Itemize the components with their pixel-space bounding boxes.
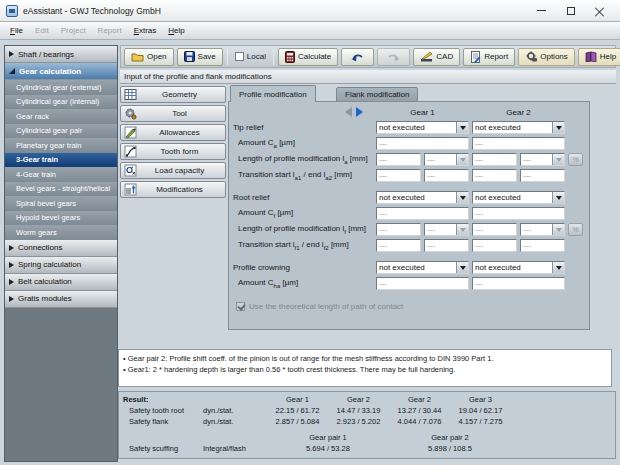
allowances-button[interactable]: Allowances (120, 124, 226, 141)
help-button[interactable]: Help (578, 48, 620, 66)
calculate-button[interactable]: Calculate (278, 48, 338, 66)
maximize-icon (567, 7, 575, 15)
sidebar-item-spiral-bevel-gears[interactable]: Spiral bevel gears (5, 196, 117, 211)
sidebar-item-cylindrical-gear-external[interactable]: Cylindrical gear (external) (5, 80, 117, 95)
chevron-left-icon (345, 107, 352, 117)
results-panel: Result: Gear 1 Gear 2 Gear 2 Gear 3 Safe… (118, 391, 616, 459)
sidebar-item-label: Planetary gear train (16, 141, 81, 150)
gear-header-row: Gear 1 Gear 2 (233, 107, 585, 117)
root-transition-end-gear1-input (424, 239, 469, 252)
sidebar-item-4-gear-train[interactable]: 4-Gear train (5, 167, 117, 182)
sidebar-item-cylindrical-gear-internal[interactable]: Cylindrical gear (internal) (5, 95, 117, 110)
select-value: not executed (377, 262, 456, 273)
select-value: --- (521, 224, 552, 235)
chevron-right-icon (9, 279, 14, 285)
tip-relief-gear2-select[interactable]: not executed (472, 121, 565, 134)
root-length-label: Length of profile modification lf [mm] (233, 224, 373, 235)
sidebar-section-label: Spring calculation (18, 260, 81, 269)
options-button[interactable]: Options (518, 48, 575, 66)
tab-flank-modification[interactable]: Flank modification (336, 87, 418, 102)
load-capacity-button[interactable]: Load capacity (120, 162, 226, 179)
sidebar-section-connections[interactable]: Connections (5, 240, 117, 257)
sidebar-item-planetary-gear-train[interactable]: Planetary gear train (5, 138, 117, 153)
safety-scuffing-value: 5.898 / 108.5 (389, 444, 511, 453)
sidebar-item-bevel-gears[interactable]: Bevel gears - straight/helical (5, 182, 117, 197)
warning-message: • Gear pair 2: Profile shift coeff. of t… (123, 353, 607, 364)
sidebar-item-label: Bevel gears - straight/helical (16, 184, 110, 193)
redo-icon (387, 52, 400, 62)
profile-crowning-gear2-select[interactable]: not executed (472, 261, 565, 274)
undo-button[interactable] (341, 48, 374, 66)
root-transition-label: Transition start lf1 / end lf2 [mm] (233, 240, 373, 251)
safety-flank-value: 2.857 / 5.084 (267, 417, 328, 426)
sidebar-item-worm-gears[interactable]: Worm gears (5, 225, 117, 240)
save-button[interactable]: Save (177, 48, 223, 66)
save-button-label: Save (198, 52, 216, 61)
chevron-down-icon (552, 122, 564, 133)
calculate-button-label: Calculate (298, 52, 331, 61)
chevron-down-icon (552, 262, 564, 273)
sidebar-section-shaft-bearings[interactable]: Shaft / bearings (5, 46, 117, 63)
menu-help[interactable]: Help (162, 24, 190, 37)
load-capacity-button-label: Load capacity (137, 166, 222, 175)
sidebar-section-belt-calculation[interactable]: Belt calculation (5, 274, 117, 291)
tip-transition-start-gear1-input (376, 169, 421, 182)
modifications-button[interactable]: Modifications (120, 181, 226, 198)
root-relief-gear2-select[interactable]: not executed (472, 191, 565, 204)
sidebar-item-cylindrical-gear-pair[interactable]: Cylindrical gear pair (5, 124, 117, 139)
tab-profile-modification[interactable]: Profile modification (230, 85, 316, 102)
geometry-button-label: Geometry (137, 90, 222, 99)
save-disk-icon (184, 51, 195, 62)
load-capacity-formula-icon (124, 164, 137, 177)
tooth-form-button[interactable]: Tooth form (120, 143, 226, 160)
local-checkbox-group[interactable]: Local (232, 52, 269, 61)
open-button[interactable]: Open (124, 48, 174, 66)
profile-crowning-gear1-select[interactable]: not executed (376, 261, 469, 274)
cad-button[interactable]: CAD (413, 48, 460, 66)
gear-pair2-header: Gear pair 2 (389, 433, 511, 442)
root-length-row: Length of profile modification lf [mm] -… (233, 223, 585, 236)
tip-relief-label: Tip relief (233, 123, 373, 132)
tip-transition-start-gear2-input (472, 169, 517, 182)
sidebar-item-gear-rack[interactable]: Gear rack (5, 109, 117, 124)
menu-project: Project (55, 24, 92, 37)
chevron-expanded-icon (9, 68, 15, 74)
chevron-down-icon (552, 192, 564, 203)
close-button[interactable] (585, 0, 614, 21)
maximize-button[interactable] (556, 0, 585, 21)
report-button[interactable]: Report (463, 48, 515, 66)
crowning-amount-label: Amount Cha [µm] (233, 278, 373, 289)
local-checkbox[interactable] (235, 52, 244, 61)
menu-file[interactable]: File (4, 24, 29, 37)
tip-relief-row: Tip relief not executed not executed (233, 121, 585, 134)
sidebar-item-label: Spiral bevel gears (16, 199, 76, 208)
safety-scuffing-label: Safety scuffing (123, 444, 203, 453)
toolbar-separator (227, 49, 228, 65)
results-gear1-header: Gear 1 (267, 395, 328, 404)
safety-flank-label: Safety flank (123, 417, 203, 426)
profile-crowning-label: Profile crowning (233, 263, 373, 272)
sidebar-section-gratis-modules[interactable]: Gratis modules (5, 291, 117, 308)
tip-length-gear1-input (376, 153, 421, 166)
sidebar-item-label: Hypoid bevel gears (16, 213, 80, 222)
gear2-column-header: Gear 2 (472, 108, 565, 117)
safety-flank-value: 2.923 / 5.202 (328, 417, 389, 426)
safety-flank-value: 4.157 / 7.275 (450, 417, 511, 426)
tool-button[interactable]: Tool (120, 105, 226, 122)
menu-extras[interactable]: Extras (128, 24, 163, 37)
sidebar-section-gear-calculation[interactable]: Gear calculation (5, 63, 117, 80)
cad-drawing-icon (420, 51, 433, 62)
sidebar-item-hypoid-bevel-gears[interactable]: Hypoid bevel gears (5, 211, 117, 226)
chevron-right-icon[interactable] (356, 107, 363, 117)
allowances-ruler-icon (124, 126, 137, 139)
root-relief-gear1-select[interactable]: not executed (376, 191, 469, 204)
chevron-down-icon (456, 192, 468, 203)
tip-transition-row: Transition start la1 / end la2 [mm] (233, 169, 585, 182)
options-gear-icon (525, 51, 537, 62)
sidebar-item-3-gear-train[interactable]: 3-Gear train (5, 153, 117, 168)
geometry-button[interactable]: Geometry (120, 86, 226, 103)
sidebar-section-spring-calculation[interactable]: Spring calculation (5, 257, 117, 274)
tip-relief-gear1-select[interactable]: not executed (376, 121, 469, 134)
minimize-button[interactable] (527, 0, 556, 21)
tooth-form-button-label: Tooth form (137, 147, 222, 156)
